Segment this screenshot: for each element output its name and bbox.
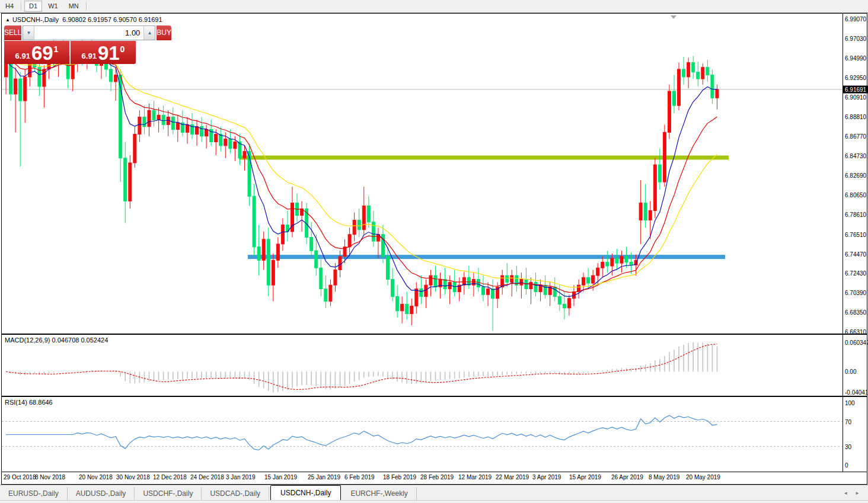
rsi-label: RSI(14) 68.8646 [5,399,53,406]
volume-spinner: ▼ ▲ [23,25,155,40]
tab-usdchf-daily[interactable]: USDCHF-,Daily [135,487,202,501]
macd-tick-label: 0.00 [845,369,856,375]
price-tick-label: 6.92950 [845,74,866,81]
macd-pane: MACD(12,26,9) 0.046708 0.052424 [2,335,843,396]
price-tick-label: 6.86770 [845,133,866,140]
price-tick-label: 6.84730 [845,153,866,159]
scroll-left-icon[interactable]: ◄ [840,489,851,497]
buy-price-sup: 0 [120,44,125,54]
date-label: 3 Apr 2019 [532,474,561,480]
toolbar-separator [86,2,87,11]
sell-price-big: 69 [31,43,53,63]
support-line[interactable] [248,255,725,259]
price-tick-label: 6.80650 [845,191,866,198]
sell-price-sup: 1 [54,44,59,54]
rsi-tick-label: 30 [845,443,851,450]
macd-signal-line [6,344,717,390]
tab-eurchf-weekly[interactable]: EURCHF-,Weekly [342,487,416,501]
current-price-tag: 6.91691 [843,85,868,93]
date-label: 15 Jan 2019 [264,474,297,480]
sell-price-small: 6.91 [15,52,30,60]
tab-usdcad-daily[interactable]: USDCAD-,Daily [202,487,269,501]
price-tick-label: 6.78610 [845,211,866,217]
rsi-tick-label: 0 [845,462,848,469]
macd-tick-label: 0.060342 [845,339,868,346]
date-label: 26 Apr 2019 [611,474,643,480]
price-tick-label: 6.88810 [845,114,866,120]
date-label: 20 May 2019 [686,474,720,480]
macd-label: MACD(12,26,9) 0.046708 0.052424 [5,337,108,344]
rsi-canvas [2,397,843,472]
volume-decrease-icon[interactable]: ▼ [23,26,34,40]
price-tick-label: 6.68350 [845,309,866,316]
scroll-right-icon[interactable]: ► [851,489,863,497]
date-label: 12 Mar 2019 [458,474,492,480]
buy-price-box[interactable]: 6.91 91 0 [71,41,136,64]
date-label: 18 Feb 2019 [383,474,416,480]
date-label: 6 Feb 2019 [344,474,375,480]
date-label: 3 Jan 2019 [226,474,256,480]
chart-tab-bar: EURUSD-,DailyAUDUSD-,DailyUSDCHF-,DailyU… [0,485,868,501]
date-label: 29 Oct 2018 [4,474,36,480]
date-label: 12 Dec 2018 [153,474,187,480]
toolbar-separator [21,2,22,11]
buy-price-big: 91 [98,43,120,63]
date-label: 25 Jan 2019 [308,474,340,480]
price-tick-label: 6.74470 [845,251,866,257]
price-tick-label: 6.76510 [845,231,866,238]
timeframe-button-d1[interactable]: D1 [24,1,42,12]
macd-tick-label: -0.040415 [845,389,868,396]
date-label: 24 Dec 2018 [190,474,224,480]
timeframe-button-mn[interactable]: MN [64,1,84,12]
status-bar [0,500,868,503]
sell-button[interactable]: SELL [4,25,21,40]
date-label: 8 Nov 2018 [35,474,65,480]
date-label: 20 Nov 2018 [79,474,113,480]
chart-ohlc-values: 6.90802 6.91957 6.90570 6.91691 [62,16,162,23]
price-tick-label: 6.97030 [845,35,866,41]
tab-eurusd-daily[interactable]: EURUSD-,Daily [0,487,68,501]
buy-price-small: 6.91 [82,52,97,60]
date-label: 15 Apr 2019 [569,474,601,480]
date-label: 22 Mar 2019 [496,474,529,480]
price-chart-pane[interactable]: ▲USDCNH-,Daily 6.90802 6.91957 6.90570 6… [2,14,843,334]
timeframe-button-w1[interactable]: W1 [43,1,63,12]
price-tick-label: 6.90910 [845,94,866,100]
volume-input[interactable] [34,26,143,40]
macd-canvas [2,335,843,396]
price-tick-label: 6.94990 [845,55,866,61]
buy-button[interactable]: BUY [157,25,171,40]
macd-values: 0.046708 0.052424 [52,337,108,344]
rsi-axis: 10070300 [843,397,867,472]
chart-window: ▲USDCNH-,Daily 6.90802 6.91957 6.90570 6… [1,13,867,485]
one-click-trading-panel: SELL ▼ ▲ BUY 6.91 69 1 6.91 [4,25,136,64]
price-tick-label: 6.99070 [845,16,866,23]
tab-scroll-controls: ◄► [840,489,868,497]
price-tick-label: 6.72430 [845,270,866,277]
date-label: 28 Feb 2019 [420,474,454,480]
date-axis[interactable]: 29 Oct 20188 Nov 201820 Nov 201830 Nov 2… [2,472,867,483]
chart-symbol-label: USDCNH-,Daily [12,16,59,23]
tab-usdcnh-daily[interactable]: USDCNH-,Daily [270,485,341,501]
rsi-tick-label: 70 [845,418,851,425]
volume-increase-icon[interactable]: ▲ [143,26,155,40]
rsi-line [6,415,717,450]
rsi-pane: RSI(14) 68.8646 [2,397,843,472]
ma-slow [6,58,717,287]
macd-axis: 0.0603420.00-0.040415 [843,335,867,396]
sell-price-box[interactable]: 6.91 69 1 [4,41,69,64]
date-label: 8 May 2019 [649,474,679,480]
rsi-value: 68.8646 [29,399,53,406]
rsi-tick-label: 100 [845,400,855,406]
timeframe-button-h4[interactable]: H4 [1,1,18,12]
timeframe-toolbar: H4D1W1MN [0,0,868,13]
collapse-icon[interactable]: ▲ [5,17,10,23]
price-axis: 6.990706.970306.949906.929506.909106.888… [843,14,867,334]
shift-marker-icon[interactable] [671,15,676,19]
price-tick-label: 6.82690 [845,172,866,179]
terminal-window: H4D1W1MN ▲USDCNH-,Daily 6.90802 6.91957 … [0,0,868,503]
date-label: 30 Nov 2018 [116,474,150,480]
price-tick-label: 6.70390 [845,290,866,296]
tab-audusd-daily[interactable]: AUDUSD-,Daily [68,487,135,501]
chart-title: ▲USDCNH-,Daily 6.90802 6.91957 6.90570 6… [5,16,162,23]
